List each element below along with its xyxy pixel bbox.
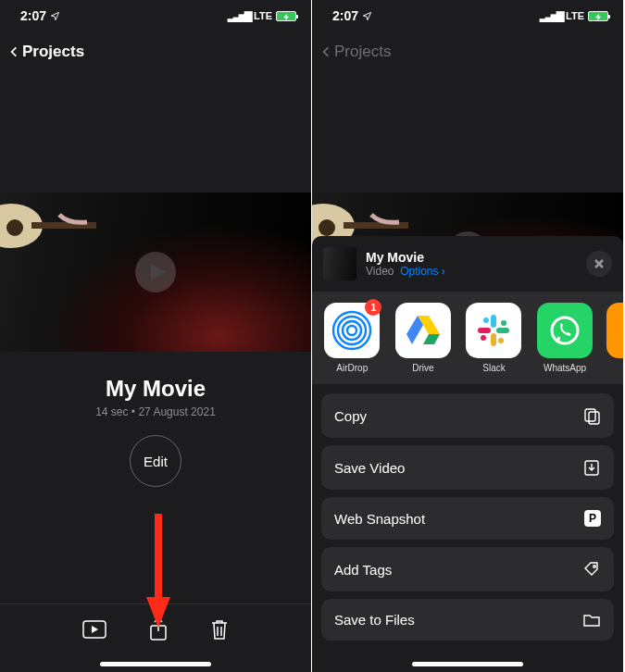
- svg-point-27: [594, 566, 596, 568]
- badge: 1: [365, 299, 381, 316]
- back-button[interactable]: Projects: [22, 43, 84, 61]
- svg-point-19: [483, 317, 489, 323]
- nav-bar: Projects: [0, 31, 311, 72]
- action-label: Save Video: [334, 460, 405, 476]
- drive-icon: [405, 314, 442, 347]
- status-time: 2:07: [332, 8, 358, 23]
- action-add-tags[interactable]: Add Tags: [321, 547, 614, 591]
- location-icon: [50, 11, 60, 21]
- network-label: LTE: [566, 10, 584, 21]
- svg-point-22: [481, 335, 486, 341]
- video-thumbnail[interactable]: [0, 193, 311, 352]
- action-label: Add Tags: [334, 562, 392, 578]
- home-indicator[interactable]: [412, 662, 523, 666]
- action-save-to-files[interactable]: Save to Files: [321, 599, 614, 641]
- trash-icon[interactable]: [210, 618, 229, 641]
- download-icon: [582, 458, 601, 477]
- location-icon: [362, 11, 372, 21]
- share-app-airdrop[interactable]: 1 AirDrop: [323, 303, 381, 373]
- share-thumbnail: [323, 247, 356, 280]
- share-actions: Copy Save Video Web Snapshot P Add Tags …: [312, 384, 623, 672]
- copy-icon: [582, 406, 601, 425]
- app-label: Drive: [394, 363, 453, 373]
- action-label: Save to Files: [334, 612, 415, 628]
- screenshot-left: 2:07 ▂▃▅▇ LTE Projects My Movie: [0, 0, 312, 672]
- svg-point-12: [343, 321, 361, 340]
- battery-icon: [276, 11, 296, 21]
- signal-icon: ▂▃▅▇: [540, 10, 562, 22]
- action-copy[interactable]: Copy: [321, 393, 614, 438]
- share-sheet: My Movie Video Options › 1 AirDrop: [312, 236, 623, 672]
- share-app-more[interactable]: [606, 303, 623, 358]
- svg-rect-16: [496, 328, 509, 333]
- play-rect-icon[interactable]: [82, 620, 106, 639]
- share-kind: Video: [366, 265, 394, 278]
- action-label: Copy: [334, 408, 367, 424]
- share-app-shelf[interactable]: 1 AirDrop Drive: [312, 292, 623, 384]
- status-bar: 2:07 ▂▃▅▇ LTE: [312, 0, 623, 31]
- airdrop-icon: [331, 310, 372, 351]
- slack-icon: [476, 313, 511, 348]
- svg-point-11: [347, 326, 356, 335]
- edit-button[interactable]: Edit: [130, 435, 181, 487]
- svg-rect-24: [585, 409, 595, 421]
- svg-rect-15: [491, 315, 496, 328]
- app-label: AirDrop: [323, 363, 381, 373]
- folder-icon: [582, 613, 601, 628]
- bottom-toolbar: [0, 604, 311, 653]
- movie-meta: 14 sec • 27 August 2021: [0, 405, 311, 418]
- svg-rect-18: [478, 328, 491, 333]
- status-bar: 2:07 ▂▃▅▇ LTE: [0, 0, 311, 31]
- action-save-video[interactable]: Save Video: [321, 445, 614, 490]
- battery-icon: [588, 11, 608, 21]
- svg-point-23: [552, 317, 578, 343]
- share-header: My Movie Video Options ›: [312, 242, 623, 292]
- chevron-left-icon: [319, 43, 332, 61]
- movie-title: My Movie: [0, 376, 311, 402]
- chevron-left-icon[interactable]: [7, 43, 20, 61]
- pocket-icon: P: [584, 510, 601, 527]
- tag-icon: [582, 560, 601, 579]
- back-button: Projects: [334, 43, 391, 61]
- svg-point-8: [319, 219, 335, 236]
- network-label: LTE: [254, 10, 272, 21]
- share-options-button[interactable]: Options ›: [400, 265, 445, 278]
- play-button[interactable]: [134, 251, 177, 293]
- status-time: 2:07: [20, 8, 46, 23]
- app-label: WhatsApp: [536, 363, 594, 373]
- whatsapp-icon: [547, 313, 582, 348]
- home-indicator[interactable]: [100, 662, 211, 666]
- svg-rect-25: [589, 412, 599, 424]
- guitar-graphic: [0, 198, 106, 263]
- svg-point-21: [498, 338, 504, 343]
- share-app-drive[interactable]: Drive: [394, 303, 453, 373]
- share-title: My Movie: [366, 250, 445, 265]
- share-app-whatsapp[interactable]: WhatsApp: [536, 303, 594, 373]
- action-label: Web Snapshot: [334, 511, 425, 527]
- close-icon: [594, 258, 605, 269]
- action-web-snapshot[interactable]: Web Snapshot P: [321, 497, 614, 540]
- share-icon[interactable]: [149, 617, 168, 641]
- app-label: Slack: [465, 363, 523, 373]
- svg-rect-17: [491, 333, 496, 346]
- close-button[interactable]: [586, 251, 612, 277]
- share-app-slack[interactable]: Slack: [465, 303, 523, 373]
- svg-point-1: [6, 219, 23, 236]
- screenshot-right: 2:07 ▂▃▅▇ LTE Projects: [312, 0, 624, 672]
- svg-point-20: [501, 320, 506, 326]
- signal-icon: ▂▃▅▇: [228, 10, 250, 22]
- nav-bar: Projects: [312, 31, 623, 72]
